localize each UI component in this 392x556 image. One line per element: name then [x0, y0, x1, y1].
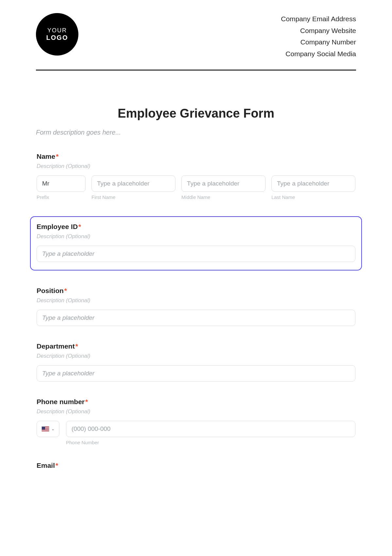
document-header: YOUR LOGO Company Email Address Company …: [36, 13, 356, 71]
phone-input[interactable]: [66, 421, 355, 437]
form-description[interactable]: Form description goes here...: [36, 129, 356, 136]
field-position: Position* Description (Optional): [36, 287, 356, 326]
first-name-sublabel: First Name: [91, 194, 175, 200]
prefix-sublabel: Prefix: [37, 194, 86, 200]
position-input[interactable]: [37, 310, 355, 326]
middle-name-input[interactable]: [181, 175, 265, 192]
field-phone: Phone number* Description (Optional) ⌄ P…: [36, 398, 356, 445]
company-email: Company Email Address: [281, 13, 356, 25]
field-department: Department* Description (Optional): [36, 342, 356, 382]
field-name: Name* Description (Optional) Prefix Firs…: [36, 153, 356, 200]
country-code-select[interactable]: ⌄: [37, 421, 59, 437]
company-number: Company Number: [281, 36, 356, 48]
department-description[interactable]: Description (Optional): [37, 353, 355, 359]
form-title: Employee Grievance Form: [36, 106, 356, 121]
company-website: Company Website: [281, 25, 356, 37]
phone-description[interactable]: Description (Optional): [37, 408, 355, 415]
middle-name-sublabel: Middle Name: [181, 194, 265, 200]
chevron-down-icon: ⌄: [51, 427, 55, 431]
employee-id-input[interactable]: [37, 246, 355, 262]
position-description[interactable]: Description (Optional): [37, 297, 355, 304]
company-info-block: Company Email Address Company Website Co…: [281, 13, 356, 60]
logo-text-line2: LOGO: [46, 34, 68, 41]
last-name-input[interactable]: [271, 175, 355, 192]
logo-placeholder: YOUR LOGO: [36, 13, 78, 56]
field-employee-id[interactable]: Employee ID* Description (Optional): [30, 216, 362, 270]
department-label: Department*: [37, 342, 355, 350]
phone-sublabel: Phone Number: [66, 440, 355, 445]
logo-text-line1: YOUR: [47, 27, 67, 34]
email-label: Email*: [37, 462, 355, 469]
company-social: Company Social Media: [281, 48, 356, 60]
department-input[interactable]: [37, 365, 355, 382]
position-label: Position*: [37, 287, 355, 295]
field-email: Email*: [36, 462, 356, 469]
us-flag-icon: [41, 426, 49, 432]
employee-id-description[interactable]: Description (Optional): [37, 233, 355, 240]
first-name-input[interactable]: [91, 175, 175, 192]
employee-id-label: Employee ID*: [37, 223, 355, 231]
prefix-input[interactable]: [37, 175, 86, 192]
name-description[interactable]: Description (Optional): [37, 163, 355, 170]
phone-label: Phone number*: [37, 398, 355, 406]
name-label: Name*: [37, 153, 355, 160]
last-name-sublabel: Last Name: [271, 194, 355, 200]
